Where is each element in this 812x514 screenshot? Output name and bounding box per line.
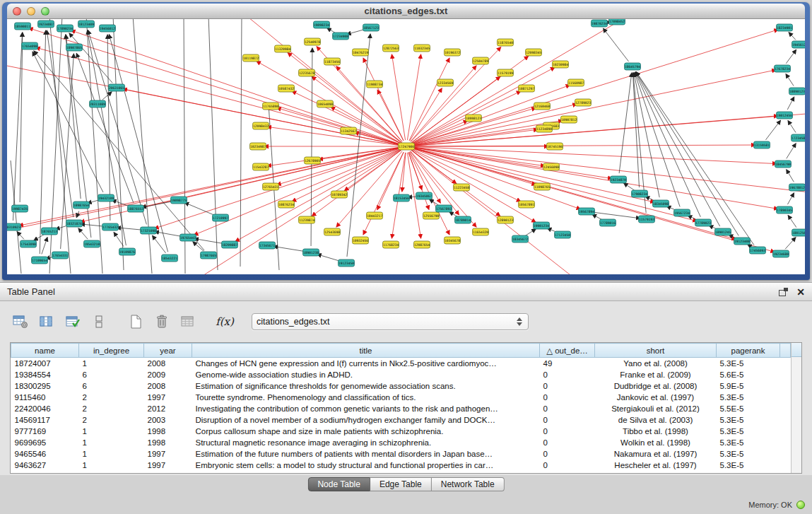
graph-node[interactable]: 10443217 (367, 212, 383, 219)
graph-node[interactable]: 11876540 (498, 39, 514, 46)
graph-node[interactable]: 19098234 (314, 21, 330, 28)
table-source-dropdown[interactable]: citations_edges.txt (252, 313, 529, 330)
table-settings-button[interactable] (11, 313, 30, 331)
window-titlebar[interactable]: citations_edges.txt (7, 4, 805, 19)
graph-node[interactable]: 13159581 (754, 141, 770, 148)
graph-node[interactable]: 18345098 (653, 200, 669, 207)
graph-node[interactable]: 18876553 (128, 205, 144, 212)
graph-node[interactable]: 19987435 (12, 205, 28, 212)
table-row[interactable]: 969969511998Structural magnetic resonanc… (11, 437, 791, 448)
graph-edge[interactable] (317, 255, 341, 262)
graph-node[interactable]: 17765432 (102, 223, 119, 230)
graph-node[interactable]: 11032345 (414, 45, 430, 52)
graph-node[interactable]: 18987654 (73, 201, 90, 209)
minimize-window-button[interactable] (27, 7, 35, 16)
graph-node[interactable]: 19123450 (339, 259, 355, 267)
graph-edge[interactable] (347, 29, 365, 34)
graph-edge[interactable] (123, 89, 400, 145)
graph-edge[interactable] (407, 54, 420, 140)
graph-node[interactable]: 17567893 (436, 205, 452, 212)
graph-node[interactable]: 11239874 (299, 216, 315, 223)
graph-node[interactable]: 12890123 (498, 216, 514, 223)
graph-node[interactable]: 18209887 (222, 241, 238, 248)
graph-node[interactable]: 20631065 (109, 84, 125, 91)
graph-node[interactable]: 10345678 (445, 237, 461, 244)
graph-node[interactable]: 12872563 (383, 45, 399, 52)
graph-node[interactable]: 18345672 (512, 235, 529, 243)
graph-node[interactable]: 11654320 (473, 228, 489, 235)
graph-node[interactable]: 17210997 (213, 214, 229, 221)
graph-node[interactable]: 11908734 (367, 81, 383, 88)
graph-node[interactable]: 17654331 (52, 252, 69, 259)
graph-node[interactable]: 17987665 (201, 252, 217, 259)
graph-node[interactable]: 11873456 (324, 58, 341, 65)
graph-node[interactable]: 11579193 (639, 216, 655, 223)
graph-edge[interactable] (787, 193, 794, 204)
graph-node[interactable]: 11320984 (275, 45, 291, 52)
zoom-window-button[interactable] (41, 7, 49, 16)
graph-node[interactable]: 11342567 (341, 127, 357, 134)
graph-node[interactable]: 19901234 (534, 222, 550, 229)
graph-node[interactable]: 17234589 (792, 134, 806, 141)
graph-node[interactable]: 10998123 (466, 115, 482, 122)
column-header[interactable]: title (192, 344, 540, 358)
graph-edge[interactable] (788, 121, 796, 133)
graph-edge[interactable] (787, 144, 796, 159)
graph-node[interactable]: 18012567 (792, 229, 806, 236)
graph-edge[interactable] (785, 238, 796, 250)
graph-node[interactable]: 10587432 (278, 85, 295, 92)
graph-node[interactable]: 17321098 (141, 227, 157, 234)
graph-edge[interactable] (603, 28, 628, 62)
graph-node[interactable]: 17123450 (555, 231, 571, 238)
graph-node[interactable]: 10789342 (331, 191, 348, 198)
graph-edge[interactable] (76, 211, 79, 217)
graph-node[interactable]: 10476219 (353, 49, 369, 56)
graph-node[interactable]: 11560987 (568, 79, 584, 86)
graph-node[interactable]: 19123408 (734, 238, 751, 245)
column-header[interactable]: name (11, 344, 79, 358)
graph-node[interactable]: 18901245 (715, 228, 731, 235)
graph-node[interactable]: 11768234 (383, 241, 399, 248)
graph-node[interactable]: 12087654 (414, 241, 430, 248)
graph-node[interactable]: 18901238 (303, 249, 319, 256)
graph-node[interactable]: 18567123 (363, 24, 379, 31)
column-header[interactable]: short (595, 344, 717, 358)
graph-node[interactable]: 10871297 (519, 85, 535, 92)
graph-node[interactable]: 12504789 (473, 57, 489, 64)
graph-node[interactable]: 19543210 (84, 240, 100, 247)
graph-edge[interactable] (413, 30, 779, 145)
graph-edge[interactable] (109, 35, 167, 252)
graph-edge[interactable] (789, 33, 796, 40)
tab-edge-table[interactable]: Edge Table (370, 477, 432, 491)
select-rows-button[interactable] (64, 313, 82, 331)
table-scrollbar[interactable] (791, 343, 801, 473)
graph-node[interactable]: 18456790 (775, 160, 792, 168)
graph-node[interactable]: 18234901 (777, 24, 793, 31)
delete-column-button[interactable] (153, 313, 171, 331)
graph-node[interactable]: 17678234 (775, 65, 791, 72)
graph-edge[interactable] (392, 54, 405, 140)
graph-edge[interactable] (267, 127, 400, 145)
graph-edge[interactable] (430, 199, 439, 205)
graph-edge[interactable] (81, 224, 104, 226)
graph-edge[interactable] (88, 30, 147, 225)
graph-edge[interactable] (786, 74, 794, 86)
column-header[interactable]: △ out_de… (540, 344, 595, 358)
function-builder-button[interactable]: f(x) (216, 313, 234, 331)
graph-edge[interactable] (312, 150, 401, 216)
graph-node[interactable]: 17345671 (259, 242, 276, 249)
column-header[interactable]: year (144, 344, 192, 358)
graph-node[interactable]: 17654098 (22, 42, 38, 49)
graph-edge[interactable] (635, 72, 719, 226)
graph-node[interactable]: 19765443 (180, 234, 196, 241)
graph-node[interactable]: 10932456 (353, 237, 369, 244)
tab-network-table[interactable]: Network Table (432, 477, 505, 491)
graph-node[interactable]: 12098432 (253, 122, 269, 129)
graph-node[interactable]: 10234987 (250, 143, 266, 150)
row-height-button[interactable] (90, 313, 108, 331)
graph-edge[interactable] (619, 73, 632, 173)
table-row[interactable]: 1830029562008Estimation of significance … (11, 380, 791, 392)
table-row[interactable]: 977716911998Corpus callosum shape and si… (11, 426, 791, 437)
graph-node[interactable]: 19234870 (611, 176, 627, 183)
graph-node[interactable]: 19098775 (171, 197, 187, 204)
